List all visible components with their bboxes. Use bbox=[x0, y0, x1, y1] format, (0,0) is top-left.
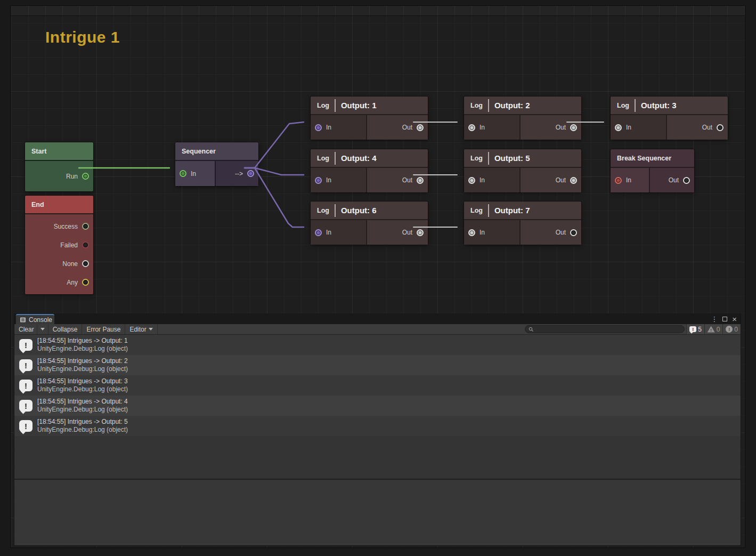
maximize-icon[interactable] bbox=[722, 317, 727, 321]
log-5-out-port[interactable] bbox=[570, 177, 577, 184]
port-label: Failed bbox=[60, 241, 78, 249]
port-label: In bbox=[479, 176, 485, 184]
node-log-3[interactable]: LogOutput: 3InOut bbox=[611, 96, 728, 140]
node-break-sequencer-out-cell: Out bbox=[650, 168, 694, 192]
tab-console[interactable]: Console bbox=[16, 314, 54, 324]
sequencer-out-port[interactable] bbox=[247, 170, 254, 177]
clear-dropdown-button[interactable] bbox=[37, 324, 48, 334]
node-break-sequencer[interactable]: Break SequencerInOut bbox=[611, 149, 694, 192]
end-none-port[interactable] bbox=[82, 260, 89, 267]
sequencer-in-port[interactable] bbox=[180, 170, 186, 177]
clear-button[interactable]: Clear bbox=[14, 324, 37, 334]
node-start-header[interactable]: Start bbox=[25, 142, 93, 160]
log-6-out-port[interactable] bbox=[417, 229, 424, 236]
console-log-row[interactable]: ![18:54:55] Intrigues -> Output: 4UnityE… bbox=[14, 396, 741, 416]
port-label: In bbox=[326, 176, 331, 184]
break-sequencer-in-port[interactable] bbox=[615, 177, 622, 184]
node-break-sequencer-header[interactable]: Break Sequencer bbox=[611, 149, 694, 167]
tabbar-spacer bbox=[54, 314, 711, 324]
node-sequencer-out-cell: --> bbox=[216, 161, 258, 186]
node-title: Start bbox=[31, 148, 46, 155]
console-search[interactable] bbox=[525, 325, 685, 333]
node-sequencer-body: In--> bbox=[175, 161, 258, 186]
log-2-in-port[interactable] bbox=[468, 124, 475, 131]
node-log-2-header[interactable]: LogOutput: 2 bbox=[464, 96, 581, 114]
node-log-5[interactable]: LogOutput: 5InOut bbox=[464, 149, 581, 192]
log-4-out-port[interactable] bbox=[417, 177, 424, 184]
node-sequencer[interactable]: SequencerIn--> bbox=[175, 142, 258, 186]
log-1-in-port[interactable] bbox=[315, 124, 322, 131]
log-7-out-port[interactable] bbox=[570, 229, 577, 236]
node-end[interactable]: EndSuccessFailedNoneAny bbox=[25, 196, 93, 294]
node-sequencer-header[interactable]: Sequencer bbox=[175, 142, 258, 160]
collapse-button[interactable]: Collapse bbox=[48, 324, 83, 334]
log-line2: UnityEngine.Debug:Log (object) bbox=[37, 345, 128, 353]
break-sequencer-out-port[interactable] bbox=[683, 177, 690, 184]
log-3-in-port[interactable] bbox=[615, 124, 622, 131]
node-subtitle: Output: 1 bbox=[341, 101, 377, 110]
node-log-5-header[interactable]: LogOutput: 5 bbox=[464, 149, 581, 167]
node-start[interactable]: StartRun bbox=[25, 142, 93, 191]
log-count-badge[interactable]: ! 5 bbox=[686, 324, 704, 334]
log-bubble-icon: ! bbox=[689, 326, 696, 332]
node-log-4-header[interactable]: LogOutput: 4 bbox=[311, 149, 428, 167]
node-log-2[interactable]: LogOutput: 2InOut bbox=[464, 96, 581, 140]
log-1-out-port[interactable] bbox=[417, 124, 424, 131]
console-log-list: ![18:54:55] Intrigues -> Output: 1UnityE… bbox=[14, 335, 741, 479]
start-run-port[interactable] bbox=[82, 173, 89, 180]
log-2-out-port[interactable] bbox=[570, 124, 577, 131]
log-line2: UnityEngine.Debug:Log (object) bbox=[37, 406, 128, 414]
node-title: Log bbox=[317, 155, 329, 162]
node-log-6-header[interactable]: LogOutput: 6 bbox=[311, 202, 428, 219]
console-log-row[interactable]: ![18:54:55] Intrigues -> Output: 1UnityE… bbox=[14, 335, 741, 355]
node-log-5-out-cell: Out bbox=[521, 168, 581, 192]
log-6-in-port[interactable] bbox=[315, 229, 322, 236]
port-label: In bbox=[479, 124, 485, 131]
graph-canvas[interactable]: Intrigue 1 StartRunEndSuccessFailedNoneA… bbox=[11, 5, 745, 548]
console-log-row[interactable]: ![18:54:55] Intrigues -> Output: 3UnityE… bbox=[14, 375, 741, 396]
end-success-port[interactable] bbox=[82, 223, 89, 230]
log-3-out-port[interactable] bbox=[717, 124, 724, 131]
editor-dropdown[interactable]: Editor bbox=[125, 324, 157, 334]
node-end-header[interactable]: End bbox=[25, 196, 93, 213]
console-search-input[interactable] bbox=[536, 326, 681, 333]
port-label: Out bbox=[402, 229, 412, 236]
log-5-in-port[interactable] bbox=[468, 177, 475, 184]
end-failed-port[interactable] bbox=[82, 241, 89, 248]
node-log-3-header[interactable]: LogOutput: 3 bbox=[611, 96, 728, 114]
port-label: Out bbox=[556, 124, 566, 131]
port-label: --> bbox=[235, 170, 243, 178]
log-4-in-port[interactable] bbox=[315, 177, 322, 184]
log-bubble-icon: ! bbox=[19, 359, 32, 371]
node-end-row-failed: Failed bbox=[25, 236, 93, 254]
log-line2: UnityEngine.Debug:Log (object) bbox=[37, 365, 128, 373]
node-title: Log bbox=[470, 155, 483, 162]
end-any-port[interactable] bbox=[82, 279, 89, 286]
port-label: In bbox=[326, 229, 331, 236]
node-log-7-header[interactable]: LogOutput: 7 bbox=[464, 202, 581, 219]
log-text: [18:54:55] Intrigues -> Output: 4UnityEn… bbox=[37, 398, 128, 414]
port-label: In bbox=[479, 229, 485, 236]
console-log-row[interactable]: ![18:54:55] Intrigues -> Output: 2UnityE… bbox=[14, 355, 741, 375]
port-label: Out bbox=[702, 124, 712, 131]
node-log-1[interactable]: LogOutput: 1InOut bbox=[311, 96, 428, 140]
close-icon[interactable]: × bbox=[732, 315, 737, 323]
console-log-row[interactable]: ![18:54:55] Intrigues -> Output: 5UnityE… bbox=[14, 416, 741, 436]
unity-editor: Intrigue 1 StartRunEndSuccessFailedNoneA… bbox=[0, 0, 756, 556]
error-count-badge[interactable]: ! 0 bbox=[722, 324, 741, 334]
node-subtitle: Output: 3 bbox=[641, 101, 677, 110]
node-log-4[interactable]: LogOutput: 4InOut bbox=[311, 149, 428, 192]
log-7-in-port[interactable] bbox=[468, 229, 475, 236]
error-pause-button[interactable]: Error Pause bbox=[82, 324, 125, 334]
node-log-7[interactable]: LogOutput: 7InOut bbox=[464, 202, 581, 245]
log-line2: UnityEngine.Debug:Log (object) bbox=[37, 426, 128, 434]
panel-menu-icon[interactable]: ⋮ bbox=[711, 316, 718, 323]
port-label: None bbox=[62, 260, 78, 268]
node-log-6[interactable]: LogOutput: 6InOut bbox=[311, 202, 428, 245]
warning-count-badge[interactable]: ! 0 bbox=[704, 324, 722, 334]
log-bubble-icon: ! bbox=[19, 380, 32, 391]
node-log-2-body: InOut bbox=[464, 115, 581, 140]
node-log-1-header[interactable]: LogOutput: 1 bbox=[311, 96, 428, 114]
node-log-6-body: InOut bbox=[311, 220, 428, 245]
node-log-3-out-cell: Out bbox=[667, 115, 728, 140]
